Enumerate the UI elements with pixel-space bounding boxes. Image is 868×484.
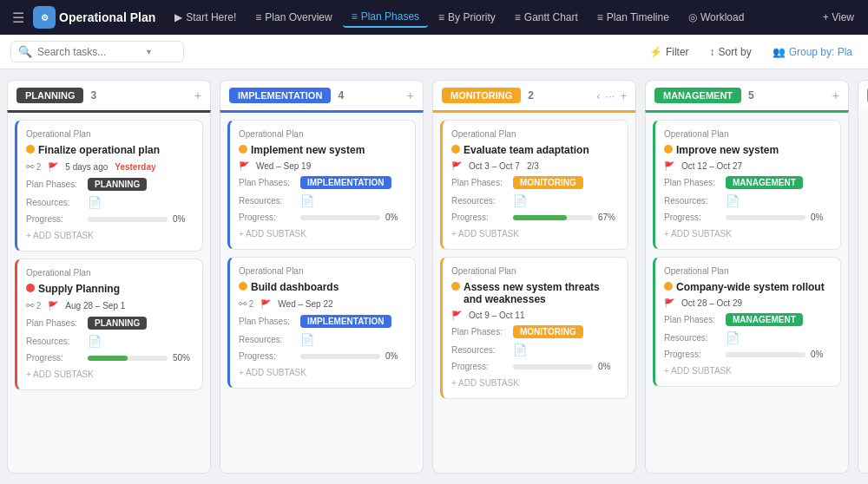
add-subtask-button[interactable]: + ADD SUBTASK [26,368,194,381]
column-actions-monitoring[interactable]: ‹···+ [596,89,627,102]
tab-start-here[interactable]: ▶ Start Here! [166,8,245,27]
task-title-text: Evaluate team adaptation [464,144,589,156]
nav-tabs: ▶ Start Here! ≡ Plan Overview ≡ Plan Pha… [166,7,812,28]
column-partial: Em [858,80,868,474]
task-card[interactable]: Operational PlanCompany-wide system roll… [653,257,841,387]
add-subtask-button[interactable]: + ADD SUBTASK [451,376,619,389]
column-count-planning: 3 [90,89,96,101]
task-card[interactable]: Operational PlanBuild dashboards⚯ 2🚩Wed … [227,257,416,389]
column-body-monitoring: Operational PlanEvaluate team adaptation… [432,110,636,474]
column-body-implementation: Operational PlanImplement new system🚩Wed… [220,110,424,474]
prev-icon[interactable]: ‹ [596,89,600,102]
task-progress-label: Progress: [664,350,720,359]
add-subtask-button[interactable]: + ADD SUBTASK [26,229,194,242]
search-box[interactable]: 🔍 ▾ [10,41,184,62]
add-column-icon[interactable]: + [832,88,839,102]
tab-workload[interactable]: ◎ Workload [680,8,753,27]
tab-plan-timeline[interactable]: ≡ Plan Timeline [589,8,678,27]
task-phase-label: Plan Phases: [26,318,82,328]
task-card[interactable]: Operational PlanEvaluate team adaptation… [440,120,628,250]
task-phase-label: Plan Phases: [664,315,720,324]
task-date-extra: Yesterday [115,162,155,172]
column-header-management: MANAGEMENT5+ [645,80,849,110]
add-subtask-button[interactable]: + ADD SUBTASK [239,366,406,379]
task-progress-label: Progress: [239,213,295,222]
tab-icon: ◎ [688,11,697,23]
add-column-icon[interactable]: + [194,88,201,102]
search-caret-icon[interactable]: ▾ [147,47,151,56]
task-date: Wed – Sep 19 [256,161,311,171]
task-phase-tag: MANAGEMENT [726,313,803,326]
task-progress-bar-bg [88,217,168,222]
column-count-implementation: 4 [338,89,344,101]
task-phase-tag: MONITORING [513,325,583,338]
task-resources-label: Resources: [451,196,508,206]
task-parent-label: Operational Plan [26,268,194,278]
partial-column-body [858,110,868,474]
tab-plan-phases[interactable]: ≡ Plan Phases [343,7,428,28]
add-icon[interactable]: + [620,89,627,102]
task-card[interactable]: Operational PlanImplement new system🚩Wed… [227,120,416,250]
task-subtask-count: ⚯ 2 [26,161,41,173]
tab-gantt-chart[interactable]: ≡ Gantt Chart [506,8,587,27]
task-progress-pct: 0% [811,350,832,359]
tab-plan-overview[interactable]: ≡ Plan Overview [247,8,340,27]
task-card[interactable]: Operational PlanFinalize operational pla… [15,120,203,252]
filter-button[interactable]: ⚡ Filter [644,43,694,62]
task-progress-label: Progress: [451,213,508,222]
column-actions-planning[interactable]: + [194,88,201,102]
task-card[interactable]: Operational PlanSupply Planning⚯ 2🚩Aug 2… [15,258,203,390]
task-resources-row: Resources:📄 [26,196,194,209]
task-card[interactable]: Operational PlanImprove new system🚩Oct 1… [653,120,841,250]
column-actions-management[interactable]: + [832,88,839,102]
task-resources-row: Resources:📄 [664,331,832,344]
add-view-button[interactable]: + View [816,8,861,27]
task-flag-icon: 🚩 [451,161,462,171]
task-parent-label: Operational Plan [664,266,832,276]
task-status-dot [239,282,247,291]
task-status-dot [664,282,673,291]
app-logo: ⚙ [33,6,56,29]
task-subtask-count: ⚯ 2 [239,298,253,310]
task-date: Oct 28 – Oct 29 [681,298,742,308]
add-subtask-button[interactable]: + ADD SUBTASK [451,227,619,240]
task-parent-label: Operational Plan [664,129,832,139]
more-icon[interactable]: ··· [606,89,615,102]
task-resources-label: Resources: [26,337,82,346]
tab-icon: ≡ [352,10,358,23]
task-progress-bar-bg [513,364,593,370]
search-icon: 🔍 [18,45,32,58]
column-actions-implementation[interactable]: + [407,88,414,102]
task-date: Oct 9 – Oct 11 [469,311,524,320]
task-parent-label: Operational Plan [451,129,619,139]
add-subtask-button[interactable]: + ADD SUBTASK [664,227,832,240]
hamburger-icon[interactable]: ☰ [7,6,30,29]
task-resources-row: Resources:📄 [239,333,406,346]
task-flag-icon: 🚩 [664,161,674,171]
task-progress-bar-bg [300,215,380,220]
sort-button[interactable]: ↕ Sort by [705,43,757,62]
task-card[interactable]: Operational PlanAssess new system threat… [440,257,628,399]
task-meta-row: 🚩Wed – Sep 19 [239,161,406,171]
task-date-extra: 2/3 [527,161,539,171]
task-title-text: Finalize operational plan [38,144,160,156]
task-phase-row: Plan Phases:PLANNING [26,178,194,191]
column-body-management: Operational PlanImprove new system🚩Oct 1… [645,110,849,474]
task-progress-label: Progress: [26,353,82,363]
top-nav: ☰ ⚙ Operational Plan ▶ Start Here! ≡ Pla… [0,0,868,35]
group-by-button[interactable]: 👥 Group by: Pla [767,43,858,62]
tab-by-priority[interactable]: ≡ By Priority [430,8,504,27]
task-date: 5 days ago [65,162,108,172]
task-resource-icon: 📄 [88,335,102,348]
task-phase-tag: PLANNING [88,317,147,330]
task-meta-row: ⚯ 2🚩Aug 28 – Sep 1 [26,300,194,311]
task-resource-icon: 📄 [726,331,740,344]
task-phase-row: Plan Phases:IMPLEMENTATION [239,176,406,189]
add-column-icon[interactable]: + [407,88,414,102]
search-input[interactable] [37,46,141,58]
column-badge-monitoring: MONITORING [442,88,521,103]
add-subtask-button[interactable]: + ADD SUBTASK [664,364,832,377]
add-subtask-button[interactable]: + ADD SUBTASK [239,227,406,240]
task-phase-row: Plan Phases:MONITORING [451,325,619,338]
column-badge-management: MANAGEMENT [654,88,741,103]
